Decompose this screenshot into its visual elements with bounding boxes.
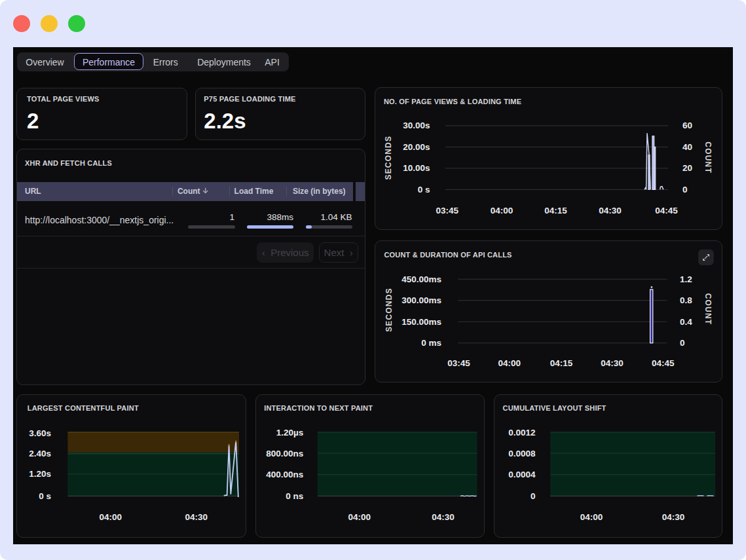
svg-text:03:45: 03:45 <box>447 359 470 369</box>
svg-text:LARGEST CONTENTFUL PAINT: LARGEST CONTENTFUL PAINT <box>28 404 139 412</box>
svg-text:04:00: 04:00 <box>580 512 603 522</box>
svg-text:10.00s: 10.00s <box>403 164 430 174</box>
svg-text:04:30: 04:30 <box>185 512 208 522</box>
svg-text:CUMULATIVE LAYOUT SHIFT: CUMULATIVE LAYOUT SHIFT <box>503 404 606 412</box>
svg-text:SECONDS: SECONDS <box>384 136 393 180</box>
svg-text:60: 60 <box>682 121 692 131</box>
svg-text:04:00: 04:00 <box>348 512 371 522</box>
svg-text:04:30: 04:30 <box>601 359 624 369</box>
svg-text:20.00s: 20.00s <box>403 142 430 152</box>
svg-text:1.2: 1.2 <box>680 274 692 284</box>
svg-text:NO. OF PAGE VIEWS & LOADING TI: NO. OF PAGE VIEWS & LOADING TIME <box>384 98 521 105</box>
svg-text:0.0004: 0.0004 <box>508 470 536 479</box>
svg-text:0.0008: 0.0008 <box>508 449 536 458</box>
svg-text:INTERACTION TO NEXT PAINT: INTERACTION TO NEXT PAINT <box>264 404 373 412</box>
svg-text:0: 0 <box>680 339 685 348</box>
svg-text:0: 0 <box>682 185 688 195</box>
svg-text:04:45: 04:45 <box>655 206 678 215</box>
svg-text:40: 40 <box>682 142 692 152</box>
svg-text:0 s: 0 s <box>39 491 51 501</box>
svg-text:0 s: 0 s <box>418 185 430 195</box>
svg-text:1.20µs: 1.20µs <box>276 427 303 437</box>
svg-text:0: 0 <box>531 491 536 501</box>
svg-text:COUNT: COUNT <box>703 293 712 326</box>
svg-text:450.00ms: 450.00ms <box>401 274 441 284</box>
svg-text:03:45: 03:45 <box>436 206 458 215</box>
svg-text:30.00s: 30.00s <box>403 121 430 131</box>
svg-text:0.0012: 0.0012 <box>508 427 535 437</box>
svg-text:COUNT & DURATION OF API CALLS: COUNT & DURATION OF API CALLS <box>384 251 512 259</box>
svg-text:20: 20 <box>682 164 692 174</box>
svg-text:SECONDS: SECONDS <box>384 288 393 332</box>
svg-text:2.40s: 2.40s <box>29 449 51 458</box>
svg-text:04:00: 04:00 <box>498 359 521 369</box>
svg-text:04:15: 04:15 <box>550 359 573 369</box>
svg-text:04:15: 04:15 <box>544 206 567 215</box>
svg-text:0.4: 0.4 <box>680 317 692 327</box>
svg-text:800.00ns: 800.00ns <box>266 449 303 458</box>
svg-text:04:30: 04:30 <box>432 512 455 522</box>
svg-text:04:00: 04:00 <box>491 206 513 215</box>
svg-text:300.00ms: 300.00ms <box>401 296 441 306</box>
svg-text:0.8: 0.8 <box>680 296 692 306</box>
svg-text:04:30: 04:30 <box>599 206 622 215</box>
svg-text:3.60s: 3.60s <box>29 428 51 438</box>
svg-text:COUNT: COUNT <box>703 142 712 174</box>
svg-text:04:00: 04:00 <box>100 512 122 522</box>
svg-text:0 ns: 0 ns <box>286 491 303 501</box>
svg-text:04:30: 04:30 <box>662 512 685 522</box>
svg-text:400.00ns: 400.00ns <box>266 470 303 479</box>
svg-text:150.00ms: 150.00ms <box>401 317 441 327</box>
svg-text:1.20s: 1.20s <box>29 469 51 479</box>
svg-text:0 ms: 0 ms <box>421 339 441 348</box>
svg-text:04:45: 04:45 <box>652 359 675 369</box>
